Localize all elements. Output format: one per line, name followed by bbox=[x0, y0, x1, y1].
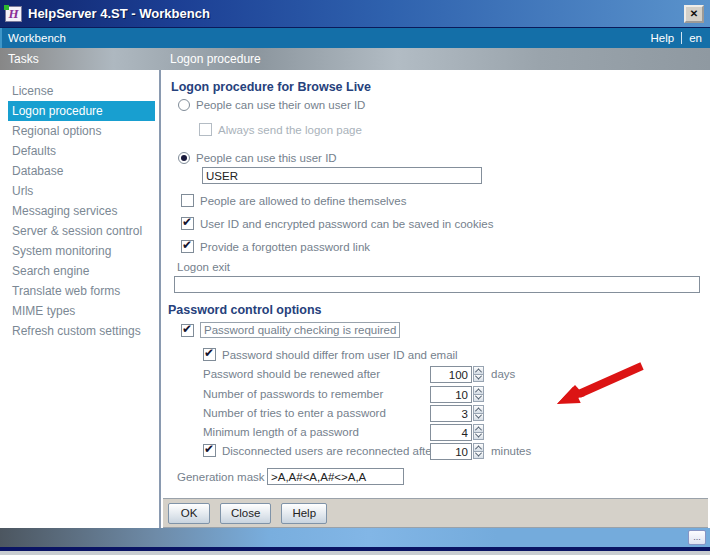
radio-own-user-id[interactable] bbox=[178, 99, 190, 111]
window-title: HelpServer 4.ST - Workbench bbox=[28, 6, 210, 21]
checkbox-define-themselves-label: People are allowed to define themselves bbox=[200, 195, 407, 207]
window-body: License Logon procedure Regional options… bbox=[0, 70, 710, 528]
sidebar-item-system-monitoring[interactable]: System monitoring bbox=[8, 241, 155, 261]
menu-help[interactable]: Help bbox=[651, 32, 675, 44]
checkbox-password-quality[interactable] bbox=[181, 324, 194, 337]
menu-workbench[interactable]: Workbench bbox=[8, 32, 66, 44]
close-button[interactable]: ✕ bbox=[684, 5, 704, 23]
checkbox-forgotten-password-label: Provide a forgotten password link bbox=[200, 241, 370, 253]
logon-exit-input[interactable] bbox=[174, 276, 700, 293]
tasks-header: Tasks bbox=[8, 52, 39, 66]
sidebar-item-regional-options[interactable]: Regional options bbox=[8, 121, 155, 141]
status-bar: ... bbox=[0, 528, 710, 547]
radio-this-user-id-label: People can use this user ID bbox=[196, 152, 337, 164]
tasks-sidebar: License Logon procedure Regional options… bbox=[2, 70, 161, 528]
renew-after-spinner bbox=[473, 366, 484, 382]
checkbox-define-themselves[interactable] bbox=[181, 194, 194, 207]
annotation-arrow-icon bbox=[545, 362, 647, 412]
menu-separator bbox=[681, 32, 682, 44]
checkbox-password-differ[interactable] bbox=[203, 348, 216, 361]
button-bar: OK Close Help bbox=[163, 498, 708, 528]
sidebar-item-messaging-services[interactable]: Messaging services bbox=[8, 201, 155, 221]
passwords-remember-input[interactable] bbox=[430, 386, 472, 403]
checkbox-cookies-label: User ID and encrypted password can be sa… bbox=[200, 218, 493, 230]
sidebar-item-database[interactable]: Database bbox=[8, 161, 155, 181]
panel-heading-password: Password control options bbox=[168, 303, 322, 317]
sidebar-item-translate-web-forms[interactable]: Translate web forms bbox=[8, 281, 155, 301]
checkbox-always-send-logon-page[interactable] bbox=[199, 123, 212, 136]
application-window: H HelpServer 4.ST - Workbench ✕ Workbenc… bbox=[0, 0, 710, 555]
sidebar-item-urls[interactable]: Urls bbox=[8, 181, 155, 201]
min-length-label: Minimum length of a password bbox=[203, 426, 359, 438]
radio-this-user-id[interactable] bbox=[178, 152, 190, 164]
min-length-input[interactable] bbox=[430, 424, 472, 441]
checkbox-forgotten-password[interactable] bbox=[181, 240, 194, 253]
spinner-down-icon[interactable] bbox=[473, 433, 484, 441]
sidebar-item-logon-procedure[interactable]: Logon procedure bbox=[8, 101, 155, 121]
reconnect-after-suffix: minutes bbox=[491, 445, 531, 457]
renew-after-label: Password should be renewed after bbox=[203, 368, 380, 380]
spinner-down-icon[interactable] bbox=[473, 414, 484, 422]
content-header: Logon procedure bbox=[170, 52, 261, 66]
spinner-down-icon[interactable] bbox=[473, 452, 484, 460]
spinner-down-icon[interactable] bbox=[473, 375, 484, 383]
spinner-down-icon[interactable] bbox=[473, 395, 484, 403]
sidebar-item-license[interactable]: License bbox=[8, 81, 155, 101]
passwords-remember-spinner bbox=[473, 386, 484, 402]
generation-mask-input[interactable] bbox=[267, 468, 404, 485]
tries-spinner bbox=[473, 405, 484, 421]
reconnect-after-spinner bbox=[473, 443, 484, 459]
checkbox-cookies[interactable] bbox=[181, 217, 194, 230]
passwords-remember-label: Number of passwords to remember bbox=[203, 388, 383, 400]
renew-after-suffix: days bbox=[491, 368, 515, 380]
checkbox-password-quality-label: Password quality checking is required bbox=[200, 322, 400, 338]
sidebar-item-mime-types[interactable]: MIME types bbox=[8, 301, 155, 321]
logon-exit-label: Logon exit bbox=[177, 261, 230, 273]
checkbox-password-differ-label: Password should differ from user ID and … bbox=[222, 349, 458, 361]
help-button[interactable]: Help bbox=[281, 503, 327, 524]
more-button[interactable]: ... bbox=[688, 530, 706, 545]
logon-procedure-panel: Logon procedure for Browse Live People c… bbox=[163, 70, 708, 528]
section-header-band: Tasks Logon procedure bbox=[0, 48, 710, 70]
radio-own-user-id-label: People can use their own user ID bbox=[196, 99, 365, 111]
app-icon: H bbox=[5, 6, 22, 22]
sidebar-item-refresh-custom-settings[interactable]: Refresh custom settings bbox=[8, 321, 155, 341]
checkbox-disconnected-reconnect-label: Disconnected users are reconnected after bbox=[222, 445, 436, 457]
window-outer-edge bbox=[0, 551, 710, 555]
menu-bar: Workbench Help en bbox=[0, 28, 710, 48]
checkbox-always-send-logon-page-label: Always send the logon page bbox=[218, 124, 362, 136]
checkbox-disconnected-reconnect[interactable] bbox=[203, 444, 216, 457]
sidebar-item-defaults[interactable]: Defaults bbox=[8, 141, 155, 161]
generation-mask-label: Generation mask bbox=[177, 471, 265, 483]
close-panel-button[interactable]: Close bbox=[220, 503, 271, 524]
min-length-spinner bbox=[473, 424, 484, 440]
sidebar-item-server-session-control[interactable]: Server & session control bbox=[8, 221, 155, 241]
menu-language[interactable]: en bbox=[689, 32, 702, 44]
close-icon: ✕ bbox=[690, 8, 698, 19]
title-bar: H HelpServer 4.ST - Workbench ✕ bbox=[0, 0, 710, 28]
tries-label: Number of tries to enter a password bbox=[203, 407, 386, 419]
renew-after-input[interactable] bbox=[430, 366, 472, 383]
ok-button[interactable]: OK bbox=[168, 503, 210, 524]
reconnect-after-input[interactable] bbox=[430, 443, 472, 460]
user-id-input[interactable] bbox=[202, 167, 482, 184]
panel-heading-logon: Logon procedure for Browse Live bbox=[171, 80, 371, 94]
tries-input[interactable] bbox=[430, 405, 472, 422]
sidebar-item-search-engine[interactable]: Search engine bbox=[8, 261, 155, 281]
